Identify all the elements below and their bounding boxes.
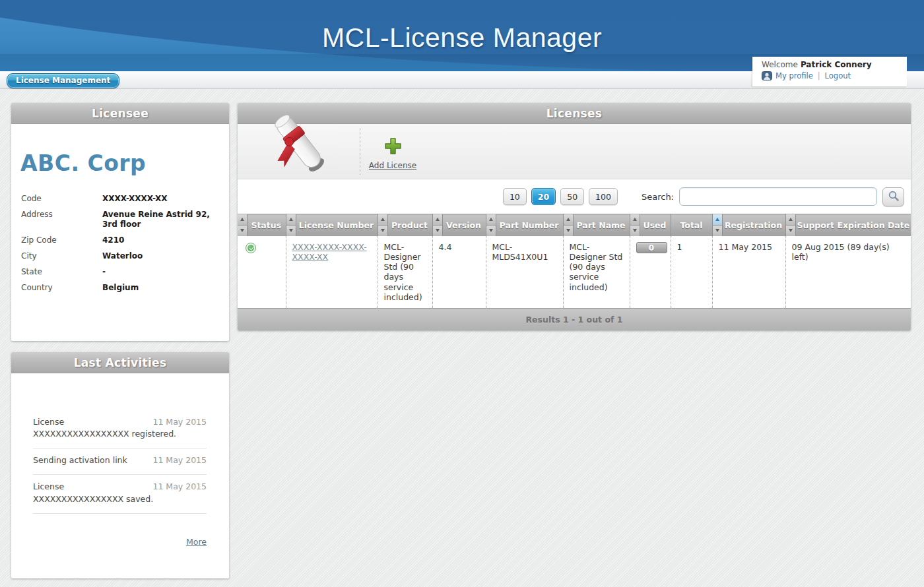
sort-asc-icon[interactable] <box>238 214 247 226</box>
column-header-total[interactable]: Total <box>671 214 712 236</box>
field-label: Country <box>21 283 102 293</box>
licensee-field-row: Zip Code4210 <box>21 235 221 245</box>
used-count-badge[interactable]: 0 <box>636 242 667 253</box>
sort-desc-icon[interactable] <box>378 226 387 236</box>
welcome-line: WelcomePatrick Connery <box>762 60 899 69</box>
sort-asc-icon[interactable] <box>786 214 795 226</box>
field-value: Belgium <box>102 283 221 293</box>
licensee-field-row: CityWaterloo <box>21 251 221 261</box>
sorter <box>630 214 640 236</box>
sort-desc-icon[interactable] <box>786 226 795 236</box>
licensee-field-row: CodeXXXX-XXXX-XX <box>21 194 221 204</box>
welcome-prefix: Welcome <box>762 60 798 69</box>
license-management-tab[interactable]: License Management <box>7 73 119 88</box>
column-header-license-number[interactable]: License Number <box>286 214 378 236</box>
sorter <box>433 214 443 236</box>
column-header-part-number[interactable]: Part Number <box>486 214 563 236</box>
page: MCL-License Manager WelcomePatrick Conne… <box>0 0 924 587</box>
app-title: MCL-License Manager <box>0 0 924 53</box>
license-number-link[interactable]: XXXX-XXXX-XXXX-XXXX-XX <box>292 242 367 262</box>
sorter <box>486 214 496 236</box>
sorter <box>238 214 248 236</box>
sort-asc-icon[interactable] <box>630 214 640 226</box>
search-input[interactable] <box>679 187 877 206</box>
add-license-button[interactable]: Add License <box>363 137 422 170</box>
activities-list: 11 May 2015License XXXXXXXXXXXXXXXXX reg… <box>11 373 229 514</box>
cell-license-number: XXXX-XXXX-XXXX-XXXX-XX <box>286 236 378 309</box>
field-value: 4210 <box>102 235 221 245</box>
sort-desc-icon[interactable] <box>630 226 640 236</box>
licenses-panel-title: Licenses <box>546 107 603 120</box>
cell-used: 0 <box>630 236 671 309</box>
cell-status <box>238 236 286 309</box>
cell-version: 4.4 <box>432 236 486 309</box>
sort-asc-icon[interactable] <box>486 214 496 226</box>
search-button[interactable] <box>882 187 904 206</box>
page-size-selector: 10 20 50 100 <box>503 188 618 205</box>
activity-date: 11 May 2015 <box>152 454 207 466</box>
sorter <box>786 214 796 236</box>
cell-total: 1 <box>671 236 712 309</box>
column-header-used[interactable]: Used <box>630 214 671 236</box>
licensee-panel-header: Licensee <box>11 103 229 124</box>
page-size-50-button[interactable]: 50 <box>560 188 584 205</box>
licenses-panel-header: Licenses <box>238 103 911 124</box>
cell-registration: 11 May 2015 <box>712 236 785 309</box>
sort-desc-icon[interactable] <box>486 226 496 236</box>
page-size-10-button[interactable]: 10 <box>503 188 527 205</box>
sort-desc-icon[interactable] <box>286 226 296 236</box>
column-header-support-expiration[interactable]: Support Expiration Date <box>785 214 911 236</box>
sort-asc-icon[interactable] <box>564 214 573 226</box>
search-label: Search: <box>642 192 674 202</box>
add-icon <box>384 137 402 155</box>
table-row: XXXX-XXXX-XXXX-XXXX-XX MCL-Designer Std … <box>238 236 911 309</box>
column-header-product[interactable]: Product <box>378 214 432 236</box>
activities-panel-title: Last Activities <box>74 356 167 369</box>
column-header-part-name[interactable]: Part Name <box>563 214 630 236</box>
field-label: City <box>21 251 102 261</box>
link-divider: | <box>818 71 820 80</box>
licensee-panel: Licensee ABC. Corp CodeXXXX-XXXX-XX Addr… <box>11 103 229 341</box>
cell-support-expiration: 09 Aug 2015 (89 day(s) left) <box>785 236 911 309</box>
sort-desc-icon[interactable] <box>433 226 442 236</box>
sort-asc-icon[interactable] <box>286 214 296 226</box>
sort-desc-icon[interactable] <box>238 226 247 236</box>
page-size-20-button[interactable]: 20 <box>531 188 556 205</box>
more-link[interactable]: More <box>186 537 207 547</box>
left-column: Licensee ABC. Corp CodeXXXX-XXXX-XX Addr… <box>11 103 229 578</box>
sort-desc-icon[interactable] <box>713 226 722 236</box>
cell-part-name: MCL-Designer Std (90 days service includ… <box>563 236 630 309</box>
activity-item: 11 May 2015License XXXXXXXXXXXXXXXX save… <box>33 475 207 513</box>
sort-asc-icon-active[interactable] <box>713 214 722 226</box>
page-size-100-button[interactable]: 100 <box>589 188 618 205</box>
field-label: State <box>21 267 102 277</box>
avatar-icon <box>762 71 772 80</box>
column-header-version[interactable]: Version <box>432 214 486 236</box>
content: Licensee ABC. Corp CodeXXXX-XXXX-XX Addr… <box>0 89 924 578</box>
sort-asc-icon[interactable] <box>378 214 387 226</box>
licenses-toolbar: Add License <box>238 124 911 179</box>
certificate-icon <box>265 107 333 178</box>
my-profile-link[interactable]: My profile <box>776 71 813 80</box>
table-header-row: Status License Number Product Version Pa… <box>238 214 911 236</box>
activity-item: 11 May 2015Sending activation link <box>33 448 207 475</box>
add-license-label: Add License <box>363 161 422 170</box>
column-header-status[interactable]: Status <box>238 214 286 236</box>
sort-asc-icon[interactable] <box>433 214 442 226</box>
activity-text: Sending activation link <box>33 455 127 465</box>
user-name: Patrick Connery <box>801 60 872 69</box>
welcome-box: WelcomePatrick Connery My profile | Logo… <box>752 57 907 86</box>
company-name: ABC. Corp <box>20 150 229 176</box>
field-value: - <box>102 267 221 277</box>
logout-link[interactable]: Logout <box>825 71 851 80</box>
sorter <box>286 214 296 236</box>
cell-part-number: MCL-MLDS41X0U1 <box>486 236 563 309</box>
field-label: Zip Code <box>21 235 102 245</box>
sort-desc-icon[interactable] <box>564 226 573 236</box>
field-label: Code <box>21 194 102 204</box>
results-bar: Results 1 - 1 out of 1 <box>238 308 911 330</box>
activity-item: 11 May 2015License XXXXXXXXXXXXXXXXX reg… <box>33 410 207 448</box>
column-header-registration[interactable]: Registration <box>712 214 785 236</box>
licensee-field-row: AddressAvenue Reine Astrid 92, 3rd floor <box>21 210 221 230</box>
licenses-table: Status License Number Product Version Pa… <box>238 214 911 308</box>
